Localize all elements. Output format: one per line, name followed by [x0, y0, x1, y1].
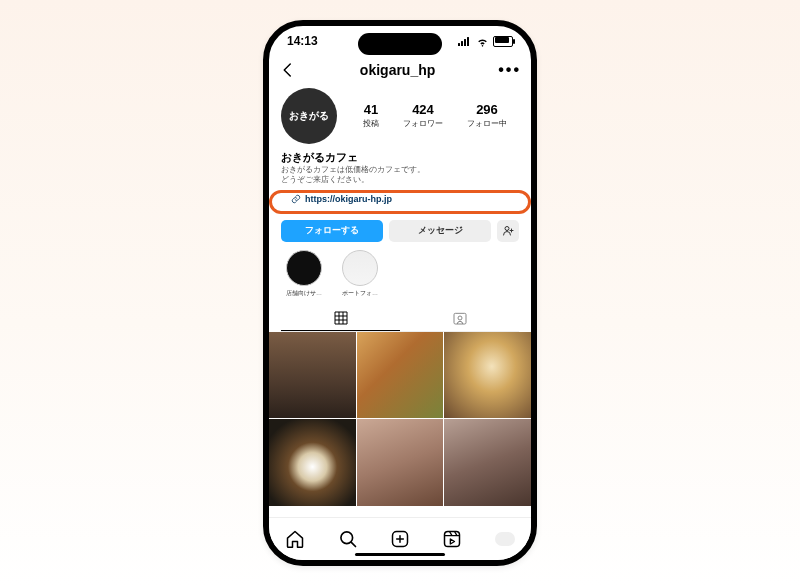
search-icon[interactable]: [338, 529, 358, 549]
post-thumbnail[interactable]: [357, 419, 444, 506]
reels-icon[interactable]: [442, 529, 462, 549]
posts-grid: [269, 332, 531, 506]
back-icon[interactable]: [279, 61, 297, 79]
profile-nav-icon[interactable]: [495, 532, 515, 546]
tab-grid[interactable]: [281, 306, 400, 331]
bio-line-1: おきがるカフェは低価格のカフェです。: [281, 165, 519, 175]
new-post-icon[interactable]: [390, 529, 410, 549]
status-time: 14:13: [287, 34, 318, 48]
stat-following-count: 296: [467, 103, 507, 117]
stat-posts-count: 41: [363, 103, 379, 117]
bio-line-2: どうぞご来店ください。: [281, 175, 519, 185]
more-options-icon[interactable]: •••: [498, 61, 521, 79]
grid-icon: [333, 310, 349, 326]
post-thumbnail[interactable]: [444, 419, 531, 506]
notch: [358, 33, 442, 55]
post-thumbnail[interactable]: [444, 332, 531, 419]
link-icon: [291, 194, 301, 204]
bio-link[interactable]: https://okigaru-hp.jp: [291, 194, 392, 204]
home-icon[interactable]: [285, 529, 305, 549]
home-indicator: [355, 553, 445, 556]
profile-header: okigaru_hp •••: [269, 56, 531, 84]
story-highlights: 店舗向けサ… ポートフォ…: [281, 250, 519, 298]
feed-tabs: [281, 306, 519, 332]
bio-link-row: https://okigaru-hp.jp: [269, 190, 531, 214]
tab-tagged[interactable]: [400, 306, 519, 330]
phone-frame: 14:13 okigaru_hp ••• おきがる 41 投稿: [263, 20, 537, 566]
message-button[interactable]: メッセージ: [389, 220, 491, 242]
follow-button[interactable]: フォローする: [281, 220, 383, 242]
post-thumbnail[interactable]: [269, 419, 356, 506]
highlight-cover-1: [342, 250, 378, 286]
svg-rect-4: [445, 532, 460, 547]
highlight-label-1: ポートフォ…: [342, 289, 378, 298]
wifi-icon: [476, 35, 489, 48]
username: okigaru_hp: [360, 62, 435, 78]
profile-row: おきがる 41 投稿 424 フォロワー 296 フォロー中: [281, 88, 519, 144]
stat-followers-label: フォロワー: [403, 118, 443, 129]
status-right: [458, 35, 513, 48]
stat-followers-count: 424: [403, 103, 443, 117]
highlight-label-0: 店舗向けサ…: [286, 289, 322, 298]
stat-following[interactable]: 296 フォロー中: [467, 103, 507, 128]
bio-link-text: https://okigaru-hp.jp: [305, 194, 392, 204]
battery-icon: [493, 36, 513, 47]
stat-posts[interactable]: 41 投稿: [363, 103, 379, 128]
display-name: おきがるカフェ: [281, 150, 519, 165]
highlight-item-0[interactable]: 店舗向けサ…: [283, 250, 325, 298]
svg-rect-0: [454, 313, 466, 324]
tagged-icon: [452, 310, 468, 326]
stat-posts-label: 投稿: [363, 118, 379, 129]
signal-icon: [458, 36, 472, 46]
action-buttons: フォローする メッセージ: [281, 220, 519, 242]
stat-following-label: フォロー中: [467, 118, 507, 129]
suggested-users-button[interactable]: [497, 220, 519, 242]
page-background: 14:13 okigaru_hp ••• おきがる 41 投稿: [0, 0, 800, 586]
post-thumbnail[interactable]: [357, 332, 444, 419]
add-user-icon: [502, 225, 514, 237]
profile-content: おきがる 41 投稿 424 フォロワー 296 フォロー中: [269, 88, 531, 332]
highlight-cover-0: [286, 250, 322, 286]
highlight-item-1[interactable]: ポートフォ…: [339, 250, 381, 298]
profile-stats: 41 投稿 424 フォロワー 296 フォロー中: [351, 103, 519, 128]
post-thumbnail[interactable]: [269, 332, 356, 419]
stat-followers[interactable]: 424 フォロワー: [403, 103, 443, 128]
avatar[interactable]: おきがる: [281, 88, 337, 144]
svg-point-1: [458, 316, 462, 320]
